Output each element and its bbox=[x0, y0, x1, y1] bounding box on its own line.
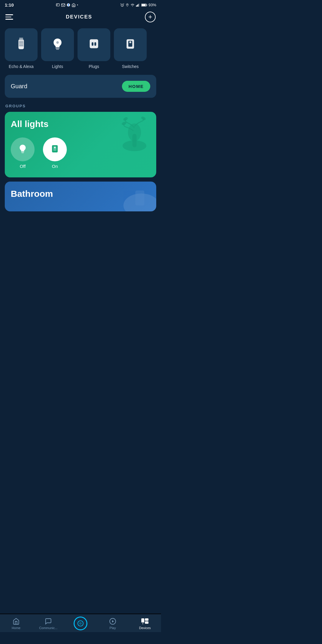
guard-section[interactable]: Guard HOME bbox=[5, 75, 156, 98]
plus-icon: + bbox=[148, 13, 152, 21]
plug-icon bbox=[86, 37, 101, 52]
status-right: 93% bbox=[120, 3, 156, 7]
svg-rect-19 bbox=[19, 44, 24, 44]
svg-rect-18 bbox=[19, 43, 24, 43]
bathroom-title: Bathroom bbox=[11, 189, 53, 199]
svg-rect-25 bbox=[90, 39, 98, 48]
svg-point-41 bbox=[54, 147, 55, 148]
svg-rect-2 bbox=[57, 5, 58, 5]
category-lights[interactable]: Lights bbox=[41, 28, 74, 69]
svg-rect-20 bbox=[19, 45, 24, 45]
signal-icon bbox=[136, 3, 140, 7]
status-icons: • bbox=[56, 3, 78, 7]
category-grid: Echo & Alexa Lights bbox=[0, 27, 161, 74]
svg-rect-21 bbox=[19, 46, 24, 46]
svg-rect-37 bbox=[21, 152, 24, 152]
svg-rect-0 bbox=[56, 4, 60, 6]
wifi-icon bbox=[130, 3, 135, 7]
battery-icon bbox=[141, 3, 147, 7]
svg-rect-12 bbox=[146, 4, 147, 5]
echo-device-icon bbox=[14, 37, 29, 52]
switch-state-label: On bbox=[52, 164, 58, 169]
page-title: DEVICES bbox=[66, 14, 92, 20]
switch-toggle-button[interactable] bbox=[43, 137, 67, 161]
facebook-icon bbox=[66, 3, 70, 7]
category-echo[interactable]: Echo & Alexa bbox=[5, 28, 38, 69]
light-device[interactable]: Off bbox=[11, 137, 35, 169]
app-header: DEVICES + bbox=[0, 9, 161, 27]
lights-icon-box bbox=[41, 28, 74, 61]
svg-rect-9 bbox=[138, 4, 138, 7]
status-bar: 1:10 • 93% bbox=[0, 0, 161, 9]
svg-rect-13 bbox=[142, 4, 146, 6]
svg-rect-8 bbox=[137, 5, 137, 7]
switch-icon bbox=[123, 37, 138, 52]
guard-label: Guard bbox=[11, 83, 27, 90]
menu-button[interactable] bbox=[5, 14, 13, 20]
group-all-lights[interactable]: All lights bbox=[5, 112, 156, 177]
svg-rect-16 bbox=[19, 41, 24, 41]
svg-rect-22 bbox=[55, 48, 59, 49]
echo-label: Echo & Alexa bbox=[9, 64, 33, 69]
lights-label: Lights bbox=[52, 64, 63, 69]
guard-home-badge[interactable]: HOME bbox=[122, 81, 150, 92]
svg-rect-26 bbox=[92, 42, 94, 46]
notification-icon bbox=[56, 3, 60, 7]
category-switches[interactable]: Switches bbox=[114, 28, 147, 69]
plugs-label: Plugs bbox=[89, 64, 99, 69]
switches-label: Switches bbox=[122, 64, 139, 69]
group-bathroom[interactable]: Bathroom bbox=[5, 182, 156, 211]
light-state-label: Off bbox=[20, 164, 26, 169]
svg-point-6 bbox=[127, 4, 128, 5]
svg-rect-27 bbox=[95, 42, 96, 46]
location-icon bbox=[126, 3, 129, 7]
svg-rect-43 bbox=[135, 191, 144, 205]
groups-header: GROUPS bbox=[0, 104, 161, 112]
svg-rect-38 bbox=[21, 153, 24, 153]
switches-icon-box bbox=[114, 28, 147, 61]
plant-decoration bbox=[118, 116, 151, 149]
svg-rect-23 bbox=[56, 49, 59, 50]
svg-point-30 bbox=[129, 41, 131, 43]
add-device-button[interactable]: + bbox=[145, 12, 156, 22]
svg-rect-17 bbox=[19, 42, 24, 42]
bulb-off-icon bbox=[17, 144, 28, 155]
status-time: 1:10 bbox=[5, 2, 14, 7]
switch-device[interactable]: On bbox=[43, 137, 67, 169]
svg-rect-14 bbox=[19, 38, 23, 39]
svg-point-24 bbox=[56, 41, 59, 44]
switch-on-icon bbox=[49, 144, 61, 155]
plugs-icon-box bbox=[78, 28, 110, 61]
light-toggle-button[interactable] bbox=[11, 137, 35, 161]
svg-rect-7 bbox=[136, 5, 137, 7]
category-plugs[interactable]: Plugs bbox=[78, 28, 110, 69]
svg-rect-3 bbox=[61, 4, 65, 6]
alarm-icon bbox=[120, 3, 124, 7]
battery-percent: 93% bbox=[148, 3, 156, 7]
svg-rect-1 bbox=[57, 4, 58, 4]
dot-icon: • bbox=[77, 3, 78, 7]
echo-icon-box bbox=[5, 28, 38, 61]
home-notif-icon bbox=[72, 3, 76, 7]
svg-rect-10 bbox=[139, 3, 139, 7]
mail-icon bbox=[61, 3, 65, 7]
lightbulb-icon bbox=[50, 37, 65, 52]
bathroom-decoration bbox=[117, 185, 156, 211]
